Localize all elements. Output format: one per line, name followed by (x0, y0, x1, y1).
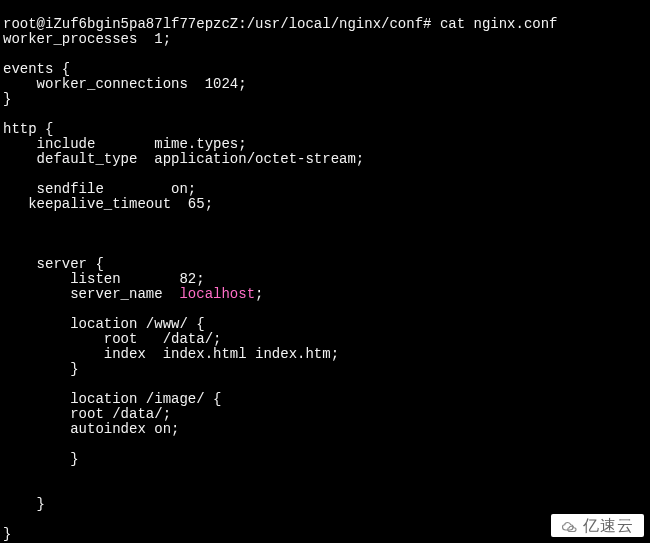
config-line: worker_connections 1024; (3, 76, 247, 92)
config-line: } (3, 496, 45, 512)
server-name-prefix: server_name (3, 286, 179, 302)
config-line: } (3, 526, 11, 542)
config-line: http { (3, 121, 53, 137)
config-line: include mime.types; (3, 136, 247, 152)
server-name-line: server_name localhost; (3, 286, 263, 302)
config-line: server { (3, 256, 104, 272)
shell-prompt: root@iZuf6bgin5pa87lf77epzcZ:/usr/local/… (3, 16, 440, 32)
config-line: keepalive_timeout 65; (3, 196, 213, 212)
config-line: } (3, 91, 11, 107)
terminal-output: root@iZuf6bgin5pa87lf77epzcZ:/usr/local/… (0, 0, 650, 543)
prompt-line: root@iZuf6bgin5pa87lf77epzcZ:/usr/local/… (3, 16, 558, 32)
watermark-badge: 亿速云 (551, 514, 644, 537)
config-line: root /data/; (3, 406, 171, 422)
config-line: sendfile on; (3, 181, 196, 197)
shell-command: cat nginx.conf (440, 16, 558, 32)
config-line: location /www/ { (3, 316, 205, 332)
server-name-value: localhost (179, 286, 255, 302)
config-line: } (3, 361, 79, 377)
config-line: default_type application/octet-stream; (3, 151, 364, 167)
config-line: autoindex on; (3, 421, 179, 437)
config-line: listen 82; (3, 271, 205, 287)
config-line: location /image/ { (3, 391, 221, 407)
config-line: events { (3, 61, 70, 77)
config-line: } (3, 451, 79, 467)
config-line: root /data/; (3, 331, 221, 347)
config-line: index index.html index.htm; (3, 346, 339, 362)
cloud-logo-icon (561, 520, 579, 532)
config-line: worker_processes 1; (3, 31, 171, 47)
watermark-text: 亿速云 (583, 518, 634, 533)
server-name-suffix: ; (255, 286, 263, 302)
